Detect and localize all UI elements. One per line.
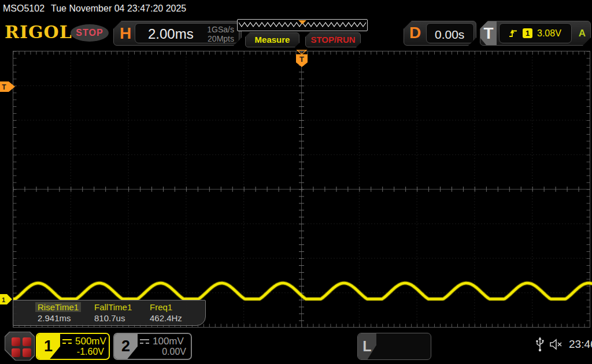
model-name: MSO5102 [3,0,45,17]
channel2-number: 2 [121,337,130,355]
svg-text:1: 1 [2,296,5,303]
trigger-source-badge: 1 [523,28,532,38]
memory-depth: 20Mpts [207,34,234,43]
measurement-name: RiseTime1 [35,302,81,312]
svg-text:T: T [2,83,6,91]
measurement-name: Freq1 [147,302,175,312]
bottom-status-bar: 1 500mV -1.60V 2 100mV 0.00V L 0 1 2 3 4… [0,329,592,364]
run-state-badge: STOP [71,24,109,42]
channel1-scale: 500mV [75,336,106,347]
stop-run-button[interactable]: STOP/RUN [305,32,361,47]
trigger-sweep-mode: A [579,28,586,39]
measurement-value: 462.4Hz [147,313,184,323]
channel2-badge[interactable]: 2 100mV 0.00V [113,333,192,360]
channel1-offset: -1.60V [77,347,104,357]
main-menu-button[interactable] [5,332,35,361]
channel1-number: 1 [44,337,53,355]
channel2-offset: 0.00V [162,347,186,357]
channel2-scale: 100mV [153,336,184,347]
measure-button[interactable]: Measure [245,32,299,47]
oscilloscope-screen: MSO5102 Tue November 04 23:47:20 2025 RI… [0,0,592,364]
waveform-display-area: T T 1 [0,49,592,329]
channel2-tab: 2 [114,334,138,359]
header-bar: RIGOL STOP H 2.00ms 1GSa/s 20Mpts Measur… [0,18,592,49]
dc-coupling-icon [62,339,72,344]
rising-edge-icon [509,29,518,38]
horizontal-block[interactable]: H 2.00ms 1GSa/s 20Mpts [113,21,242,46]
measurement-value: 2.941ms [35,313,73,323]
trigger-level-value: 3.08V [537,28,561,39]
measurement-results-panel: RiseTime1 2.941ms FallTime1 810.7us Freq… [13,300,206,326]
channel1-tab: 1 [37,334,60,359]
dc-coupling-icon [140,339,149,344]
delay-value: 0.00s [435,28,464,42]
logic-channel-numbers: 0 1 2 3 4 5 6 7 8 9 1011 12131415 [380,336,431,360]
system-datetime: Tue November 04 23:47:20 2025 [51,0,186,17]
waveform-position-preview[interactable] [237,19,368,31]
logic-channels-badge[interactable]: L 0 1 2 3 4 5 6 7 8 9 1011 12131415 [357,333,431,360]
svg-text:T: T [299,55,304,64]
horizontal-inset: 2.00ms 1GSa/s 20Mpts [135,23,239,43]
usb-icon [535,336,545,352]
main-menu-button-bg [5,332,34,360]
measurement-item[interactable]: FallTime1 810.7us [92,300,147,325]
measurement-value: 810.7us [92,313,127,323]
trigger-label: T [480,21,497,45]
logic-label: L [358,333,376,359]
measurement-name: FallTime1 [92,302,134,312]
measurement-item[interactable]: RiseTime1 2.941ms [35,300,91,325]
trigger-inset: 1 3.08V [499,23,572,43]
rigol-logo: RIGOL [5,22,72,42]
channel1-waveform [13,283,592,299]
graticule-grid [13,51,590,328]
sound-muted-icon[interactable] [549,338,564,351]
status-clock: 23:46 [569,338,592,351]
delay-block[interactable]: D 0.00s [404,21,476,46]
acquisition-info: 1GSa/s 20Mpts [207,25,234,43]
channel1-ground-marker[interactable]: 1 [0,294,12,304]
menu-grid-icon [12,337,31,357]
timebase-value: 2.00ms [148,26,194,42]
trigger-block[interactable]: T 1 3.08V A [480,21,591,46]
channel1-badge[interactable]: 1 500mV -1.60V [36,333,110,360]
title-bar: MSO5102 Tue November 04 23:47:20 2025 [0,0,592,18]
trigger-position-marker[interactable]: T [296,54,308,67]
sample-rate: 1GSa/s [207,25,234,34]
preview-trigger-marker-icon [298,20,306,24]
measurement-item[interactable]: Freq1 462.4Hz [147,300,203,325]
delay-label: D [409,24,421,42]
delay-inset: 0.00s [426,23,474,43]
horizontal-label: H [120,24,131,43]
